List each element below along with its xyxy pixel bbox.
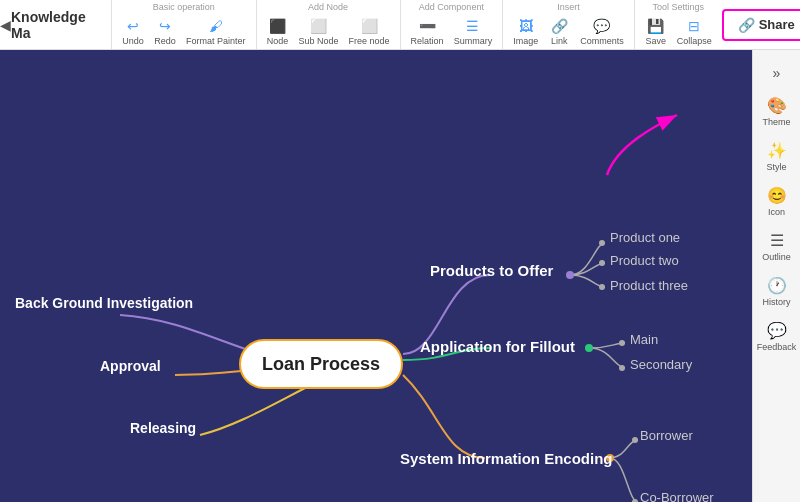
sub-node-button[interactable]: ⬜ Sub Node <box>295 14 343 48</box>
toolbar-basic-operation: Basic operation ↩ Undo ↪ Redo 🖌 Format P… <box>111 0 256 50</box>
icon-icon: 😊 <box>767 186 787 205</box>
sidebar-item-style[interactable]: ✨ Style <box>756 135 798 178</box>
approval-node: Approval <box>100 358 161 374</box>
mindmap-canvas[interactable]: Back Ground Investigation Approval Relea… <box>0 50 752 502</box>
free-node-button[interactable]: ⬜ Free node <box>345 14 394 48</box>
sidebar-item-icon[interactable]: 😊 Icon <box>756 180 798 223</box>
sidebar-item-feedback[interactable]: 💬 Feedback <box>756 315 798 358</box>
comments-icon: 💬 <box>592 16 612 36</box>
free-node-icon: ⬜ <box>359 16 379 36</box>
svg-point-5 <box>632 437 638 443</box>
feedback-icon: 💬 <box>767 321 787 340</box>
toolbar-basic-label: Basic operation <box>153 2 215 12</box>
share-icon: 🔗 <box>738 17 755 33</box>
relation-label: Relation <box>411 36 444 46</box>
history-icon: 🕐 <box>767 276 787 295</box>
save-icon: 💾 <box>646 16 666 36</box>
format-painter-button[interactable]: 🖌 Format Painter <box>182 14 250 48</box>
history-label: History <box>762 297 790 307</box>
right-sidebar: » 🎨 Theme ✨ Style 😊 Icon ☰ Outline 🕐 His… <box>752 50 800 502</box>
products-to-offer-node: Products to Offer <box>430 262 553 279</box>
share-button[interactable]: 🔗 Share <box>732 15 800 35</box>
borrower-node: Borrower <box>640 428 693 443</box>
feedback-label: Feedback <box>757 342 797 352</box>
image-icon: 🖼 <box>516 16 536 36</box>
link-button[interactable]: 🔗 Link <box>544 14 574 48</box>
back-button[interactable]: ◀ <box>0 0 11 50</box>
svg-point-2 <box>599 284 605 290</box>
collapse-icon: ⊟ <box>684 16 704 36</box>
toolbar-insert: Insert 🖼 Image 🔗 Link 💬 Comments <box>502 0 634 50</box>
product-two-node: Product two <box>610 253 679 268</box>
svg-point-1 <box>599 260 605 266</box>
node-icon: ⬛ <box>268 16 288 36</box>
svg-point-7 <box>566 271 574 279</box>
toolbar-add-node: Add Node ⬛ Node ⬜ Sub Node ⬜ Free node <box>256 0 400 50</box>
node-label: Node <box>267 36 289 46</box>
secondary-node: Secondary <box>630 357 692 372</box>
releasing-node: Releasing <box>130 420 196 436</box>
svg-point-0 <box>599 240 605 246</box>
share-export-group: 🔗 Share 📤 Export <box>722 9 800 41</box>
sidebar-item-theme[interactable]: 🎨 Theme <box>756 90 798 133</box>
toolbar-add-component-label: Add Component <box>419 2 484 12</box>
back-ground-investigation-node: Back Ground Investigation <box>15 295 193 311</box>
theme-label: Theme <box>762 117 790 127</box>
svg-point-4 <box>619 365 625 371</box>
undo-label: Undo <box>122 36 144 46</box>
icon-label: Icon <box>768 207 785 217</box>
collapse-label: Collapse <box>677 36 712 46</box>
product-three-node: Product three <box>610 278 688 293</box>
undo-icon: ↩ <box>123 16 143 36</box>
free-node-label: Free node <box>349 36 390 46</box>
application-fillout-node: Application for Fillout <box>420 338 575 355</box>
sub-node-label: Sub Node <box>299 36 339 46</box>
relation-icon: ➖ <box>417 16 437 36</box>
product-one-node: Product one <box>610 230 680 245</box>
collapse-button[interactable]: ⊟ Collapse <box>673 14 716 48</box>
format-painter-icon: 🖌 <box>206 16 226 36</box>
link-icon: 🔗 <box>549 16 569 36</box>
sidebar-collapse-button[interactable]: » <box>759 58 795 88</box>
format-painter-label: Format Painter <box>186 36 246 46</box>
comments-label: Comments <box>580 36 624 46</box>
image-button[interactable]: 🖼 Image <box>509 14 542 48</box>
svg-point-3 <box>619 340 625 346</box>
redo-button[interactable]: ↪ Redo <box>150 14 180 48</box>
toolbar-tool-settings-label: Tool Settings <box>652 2 704 12</box>
link-label: Link <box>551 36 568 46</box>
co-borrower-node: Co-Borrower <box>640 490 714 502</box>
toolbar-add-component: Add Component ➖ Relation ☰ Summary <box>400 0 503 50</box>
style-label: Style <box>766 162 786 172</box>
loan-process-label: Loan Process <box>262 354 380 375</box>
theme-icon: 🎨 <box>767 96 787 115</box>
toolbar-insert-label: Insert <box>557 2 580 12</box>
svg-point-8 <box>585 344 593 352</box>
share-label: Share <box>759 17 795 32</box>
redo-icon: ↪ <box>155 16 175 36</box>
loan-process-center-node[interactable]: Loan Process <box>239 339 403 389</box>
style-icon: ✨ <box>767 141 787 160</box>
main-node: Main <box>630 332 658 347</box>
redo-label: Redo <box>154 36 176 46</box>
relation-button[interactable]: ➖ Relation <box>407 14 448 48</box>
annotation-arrow <box>577 105 687 180</box>
outline-label: Outline <box>762 252 791 262</box>
sub-node-icon: ⬜ <box>309 16 329 36</box>
summary-button[interactable]: ☰ Summary <box>450 14 497 48</box>
save-label: Save <box>645 36 666 46</box>
sidebar-item-history[interactable]: 🕐 History <box>756 270 798 313</box>
sidebar-item-outline[interactable]: ☰ Outline <box>756 225 798 268</box>
system-information-node: System Information Encoding <box>400 450 613 467</box>
header: ◀ Knowledge Ma Basic operation ↩ Undo ↪ … <box>0 0 800 50</box>
save-button[interactable]: 💾 Save <box>641 14 671 48</box>
summary-icon: ☰ <box>463 16 483 36</box>
toolbar-add-node-label: Add Node <box>308 2 348 12</box>
undo-button[interactable]: ↩ Undo <box>118 14 148 48</box>
comments-button[interactable]: 💬 Comments <box>576 14 628 48</box>
node-button[interactable]: ⬛ Node <box>263 14 293 48</box>
summary-label: Summary <box>454 36 493 46</box>
image-label: Image <box>513 36 538 46</box>
outline-icon: ☰ <box>770 231 784 250</box>
toolbar-tool-settings: Tool Settings 💾 Save ⊟ Collapse <box>634 0 722 50</box>
